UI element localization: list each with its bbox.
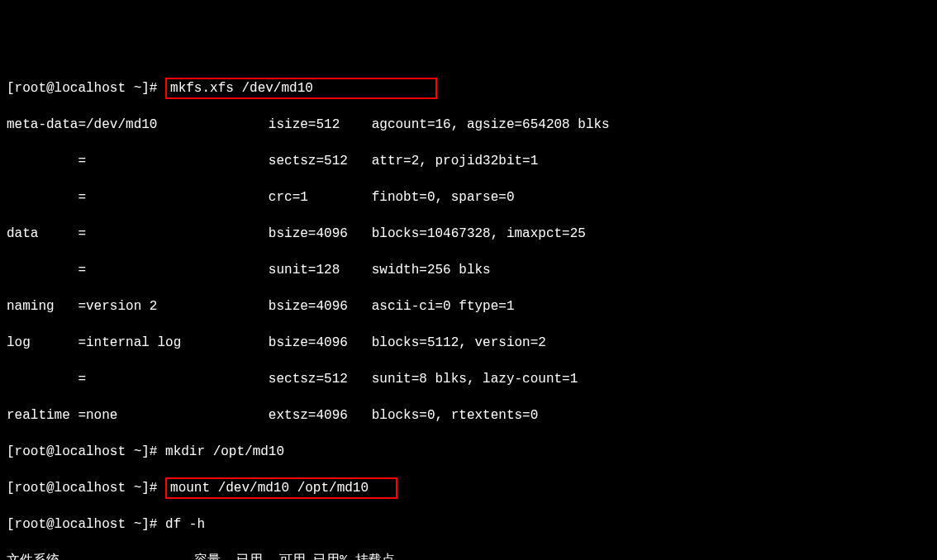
terminal-output: = crc=1 finobt=0, sparse=0	[7, 188, 930, 206]
terminal-output: = sectsz=512 sunit=8 blks, lazy-count=1	[7, 370, 930, 388]
terminal-line: [root@localhost ~]# mount /dev/md10 /opt…	[7, 479, 930, 497]
df-header: 文件系统 容量 已用 可用 已用% 挂载点	[7, 552, 930, 560]
terminal-line: [root@localhost ~]# mkdir /opt/md10	[7, 443, 930, 461]
terminal-line: [root@localhost ~]# df -h	[7, 515, 930, 534]
command-text: mkdir /opt/md10	[165, 444, 284, 459]
highlight-mount: mount /dev/md10 /opt/md10	[165, 477, 397, 499]
shell-prompt: [root@localhost ~]#	[7, 481, 165, 496]
terminal-output: realtime =none extsz=4096 blocks=0, rtex…	[7, 406, 930, 425]
shell-prompt: [root@localhost ~]#	[7, 81, 165, 96]
terminal-output: naming =version 2 bsize=4096 ascii-ci=0 …	[7, 297, 930, 316]
terminal-output: data = bsize=4096 blocks=10467328, imaxp…	[7, 225, 930, 243]
command-text: mount /dev/md10 /opt/md10	[170, 481, 392, 496]
shell-prompt: [root@localhost ~]#	[7, 444, 165, 459]
terminal-output: = sectsz=512 attr=2, projid32bit=1	[7, 152, 930, 170]
terminal-output: = sunit=128 swidth=256 blks	[7, 261, 930, 279]
command-text: df -h	[165, 517, 205, 532]
highlight-mkfs: mkfs.xfs /dev/md10	[165, 78, 437, 99]
terminal-output: meta-data=/dev/md10 isize=512 agcount=16…	[7, 116, 930, 134]
terminal-line: [root@localhost ~]# mkfs.xfs /dev/md10	[7, 79, 930, 97]
shell-prompt: [root@localhost ~]#	[7, 517, 165, 532]
command-text: mkfs.xfs /dev/md10	[170, 81, 432, 96]
terminal-output: log =internal log bsize=4096 blocks=5112…	[7, 334, 930, 352]
